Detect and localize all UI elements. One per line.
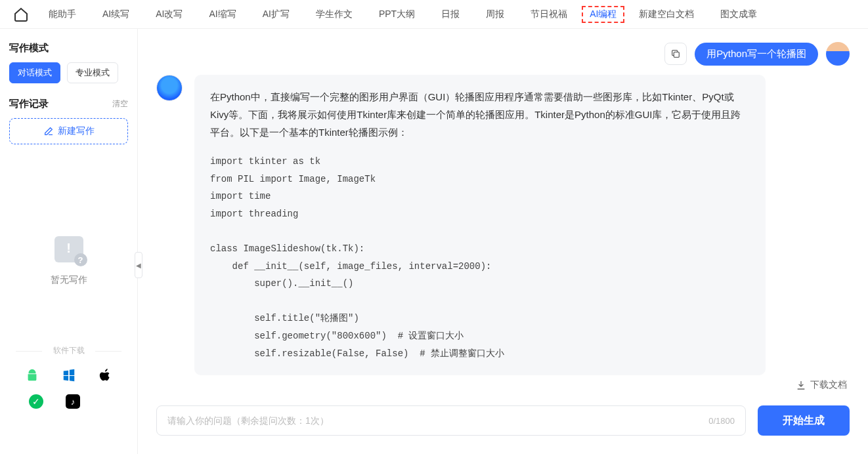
svg-rect-0	[674, 52, 680, 57]
empty-icon	[54, 236, 83, 262]
download-title: 软件下载	[9, 345, 128, 356]
clear-link[interactable]: 清空	[112, 98, 128, 110]
top-nav: 能助手AI续写AI改写AI缩写AI扩写学生作文PPT大纲日报周报节日祝福AI编程…	[0, 0, 868, 29]
char-counter: 0/1800	[708, 416, 735, 426]
mode-title: 写作模式	[9, 42, 128, 54]
copy-icon	[670, 49, 681, 59]
home-icon[interactable]	[13, 7, 29, 22]
copy-button[interactable]	[664, 43, 687, 65]
windows-icon[interactable]	[62, 368, 76, 382]
nav-item-1[interactable]: AI续写	[91, 6, 141, 23]
code-block: import tkinter as tk from PIL import Ima…	[210, 153, 750, 362]
bot-message-row: 在Python中，直接编写一个完整的图形用户界面（GUI）轮播图应用程序通常需要…	[156, 75, 850, 375]
nav-item-2[interactable]: AI改写	[144, 6, 194, 23]
main-area: 用Python写一个轮播图 在Python中，直接编写一个完整的图形用户界面（G…	[138, 29, 868, 454]
nav-item-0[interactable]: 能助手	[37, 6, 88, 23]
mode-dialog-button[interactable]: 对话模式	[9, 62, 60, 83]
android-icon[interactable]	[25, 368, 39, 382]
input-box: 0/1800	[156, 405, 746, 436]
nav-item-9[interactable]: 节日祝福	[519, 6, 579, 23]
new-write-button[interactable]: 新建写作	[9, 118, 128, 144]
download-icon	[796, 380, 806, 390]
apple-icon[interactable]	[98, 368, 113, 382]
tiktok-icon[interactable]: ♪	[66, 394, 80, 409]
new-write-icon	[43, 126, 54, 136]
nav-item-12[interactable]: 图文成章	[708, 6, 769, 23]
bot-avatar	[156, 75, 183, 101]
generate-button[interactable]: 开始生成	[758, 405, 850, 436]
sidebar: 写作模式 对话模式 专业模式 写作记录 清空 新建写作 暂无写作 软件下载 ✓ …	[0, 29, 138, 454]
mode-pro-button[interactable]: 专业模式	[67, 62, 118, 83]
nav-item-7[interactable]: 日报	[429, 6, 471, 23]
user-message-row: 用Python写一个轮播图	[156, 42, 850, 66]
question-input[interactable]	[167, 415, 708, 426]
user-bubble: 用Python写一个轮播图	[695, 43, 818, 66]
nav-item-4[interactable]: AI扩写	[251, 6, 301, 23]
download-doc-link[interactable]: 下载文档	[156, 379, 850, 391]
nav-item-3[interactable]: AI缩写	[197, 6, 248, 23]
wechat-icon[interactable]: ✓	[29, 394, 43, 409]
nav-item-6[interactable]: PPT大纲	[367, 6, 427, 23]
user-avatar[interactable]	[826, 42, 850, 66]
empty-state: 暂无写作	[9, 236, 128, 286]
bot-text: 在Python中，直接编写一个完整的图形用户界面（GUI）轮播图应用程序通常需要…	[210, 88, 750, 141]
nav-item-11[interactable]: 新建空白文档	[627, 6, 706, 23]
bot-bubble: 在Python中，直接编写一个完整的图形用户界面（GUI）轮播图应用程序通常需要…	[194, 75, 766, 375]
record-title: 写作记录	[9, 98, 49, 110]
nav-item-10[interactable]: AI编程	[582, 6, 624, 23]
nav-item-8[interactable]: 周报	[474, 6, 516, 23]
nav-item-5[interactable]: 学生作文	[304, 6, 364, 23]
